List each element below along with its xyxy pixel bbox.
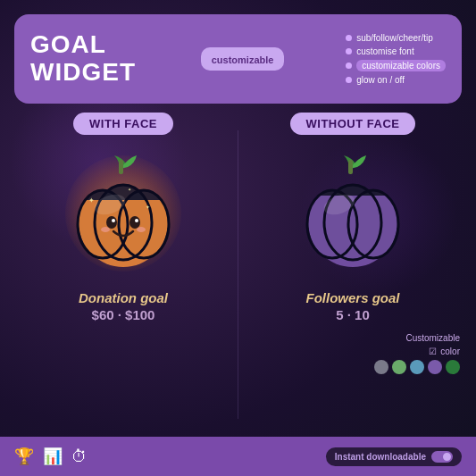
swatch-5 <box>446 360 460 374</box>
feature-dot-3 <box>346 63 352 69</box>
without-face-label: WITHOUT FACE <box>290 113 416 135</box>
svg-text:✦: ✦ <box>146 205 150 210</box>
instant-text: Instant downloadable <box>335 452 426 462</box>
swatch-3 <box>410 360 424 374</box>
bottom-icons: 🏆 📊 ⏱ <box>14 447 88 466</box>
svg-rect-19 <box>348 160 353 174</box>
feature-text-3: customizable colors <box>356 60 446 71</box>
feature-item-2: customise font <box>346 46 446 56</box>
feature-item-4: glow on / off <box>346 75 446 85</box>
svg-text:✦: ✦ <box>128 187 131 192</box>
feature-text-2: customise font <box>356 46 413 56</box>
bottom-bar: 🏆 📊 ⏱ Instant downloadable <box>0 437 476 476</box>
color-swatches <box>374 360 460 374</box>
instant-badge: Instant downloadable <box>326 447 462 466</box>
panel-without-face: WITHOUT FACE <box>238 113 467 437</box>
color-sublabel-row: ☑ color <box>429 347 460 356</box>
chart-icon: 📊 <box>43 447 63 466</box>
color-sublabel: color <box>440 347 460 356</box>
feature-text-1: sub/follow/cheer/tip <box>356 33 433 43</box>
followers-goal-value: 5 · 10 <box>336 307 370 322</box>
donation-goal-value: $60 · $100 <box>92 307 155 322</box>
page-container: GOAL WIDGET customizable sub/follow/chee… <box>0 0 476 476</box>
stem-group-purple <box>344 155 366 174</box>
panel-with-face: WITH FACE <box>9 113 238 437</box>
pumpkin-orange-svg: ✦ ✦ ✦ <box>65 151 181 276</box>
svg-point-13 <box>106 216 117 229</box>
features-list: sub/follow/cheer/tip customise font cust… <box>346 33 446 85</box>
page-title-line1: GOAL <box>30 31 136 59</box>
svg-point-16 <box>135 219 138 222</box>
customizable-badge: customizable <box>201 47 285 71</box>
svg-point-15 <box>112 219 115 222</box>
pumpkin-orange-wrap: ✦ ✦ ✦ <box>52 142 195 285</box>
customizable-label: customizable <box>212 54 274 65</box>
page-title-line2: WIDGET <box>30 59 136 87</box>
check-icon: ☑ <box>429 347 437 356</box>
trophy-icon: 🏆 <box>14 447 34 466</box>
followers-goal-title: Followers goal <box>305 290 399 305</box>
header-card: GOAL WIDGET customizable sub/follow/chee… <box>14 14 462 104</box>
color-label-row: Customizable <box>405 333 460 343</box>
svg-point-17 <box>101 227 110 232</box>
pumpkin-purple-wrap <box>281 142 424 285</box>
toggle-switch[interactable] <box>431 451 453 463</box>
svg-text:✦: ✦ <box>88 196 95 205</box>
swatch-4 <box>428 360 442 374</box>
stem-group <box>114 155 137 174</box>
customizable-color-label: Customizable <box>405 333 460 343</box>
svg-rect-0 <box>119 160 123 174</box>
feature-dot-4 <box>346 77 352 83</box>
feature-item-1: sub/follow/cheer/tip <box>346 33 446 43</box>
svg-point-14 <box>129 216 140 229</box>
with-face-label: WITH FACE <box>73 113 173 135</box>
swatch-2 <box>392 360 406 374</box>
svg-point-18 <box>137 227 146 232</box>
swatch-1 <box>374 360 388 374</box>
feature-text-4: glow on / off <box>356 75 405 85</box>
feature-item-3: customizable colors <box>346 60 446 71</box>
clock-icon: ⏱ <box>71 447 88 466</box>
feature-dot-2 <box>346 48 352 54</box>
donation-goal-title: Donation goal <box>79 290 168 305</box>
feature-dot-1 <box>346 35 352 41</box>
header-title-block: GOAL WIDGET <box>30 31 136 87</box>
main-content: WITH FACE <box>0 104 476 437</box>
pumpkin-purple-svg <box>295 151 411 276</box>
color-section: Customizable ☑ color <box>374 333 460 374</box>
